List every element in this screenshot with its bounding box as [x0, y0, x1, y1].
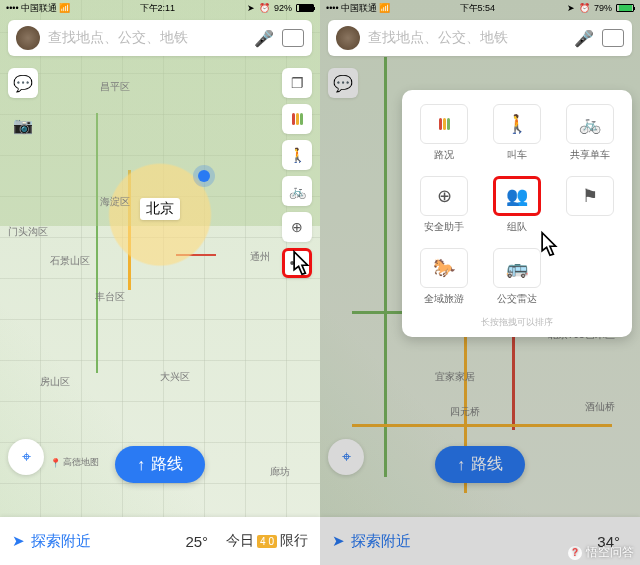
scan-icon[interactable] — [602, 29, 624, 47]
popover-item-report[interactable]: ⚑ — [555, 172, 624, 238]
mic-icon[interactable]: 🎤 — [254, 29, 274, 48]
popover-item-travel[interactable]: 🐎 全域旅游 — [410, 244, 479, 310]
camera-icon[interactable]: 📷 — [8, 110, 38, 140]
phone-screenshot-left: •••• 中国联通 📶 下午2:11 ➤ ⏰ 92% 查找地点、公交、地铁 🎤 … — [0, 0, 320, 565]
bike-button[interactable]: 🚲 — [282, 176, 312, 206]
scan-icon[interactable] — [282, 29, 304, 47]
location-icon: ➤ — [247, 3, 255, 13]
locate-button[interactable]: ⌖ — [8, 439, 44, 475]
bottom-bar: ➤ 探索附近 25° 今日 4 0 限行 — [0, 517, 320, 565]
route-button[interactable]: ↑ 路线 — [115, 446, 205, 483]
battery-percent: 79% — [594, 3, 612, 13]
popover-item-bus-radar[interactable]: 🚌 公交雷达 — [483, 244, 552, 310]
map-center-label: 北京 — [140, 198, 180, 220]
search-input[interactable]: 查找地点、公交、地铁 — [368, 29, 566, 47]
popover-item-safety[interactable]: ⊕ 安全助手 — [410, 172, 479, 238]
search-bar[interactable]: 查找地点、公交、地铁 🎤 — [8, 20, 312, 56]
signal-dots: •••• — [326, 3, 339, 13]
carrier-label: 中国联通 — [341, 2, 377, 15]
explore-nearby[interactable]: ➤ 探索附近 — [12, 532, 175, 551]
popover-item-hail[interactable]: 🚶 叫车 — [483, 100, 552, 166]
alarm-icon: ⏰ — [579, 3, 590, 13]
mic-icon[interactable]: 🎤 — [574, 29, 594, 48]
search-bar[interactable]: 查找地点、公交、地铁 🎤 — [328, 20, 632, 56]
temperature[interactable]: 25° — [185, 533, 208, 550]
status-bar: •••• 中国联通 📶 下午2:11 ➤ ⏰ 92% — [0, 0, 320, 16]
wifi-icon: 📶 — [59, 3, 70, 13]
tools-popover: 路况 🚶 叫车 🚲 共享单车 ⊕ 安全助手 👥 组队 ⚑ — [402, 90, 632, 337]
alarm-icon: ⏰ — [259, 3, 270, 13]
avatar[interactable] — [16, 26, 40, 50]
traffic-restriction[interactable]: 今日 4 0 限行 — [226, 532, 308, 550]
search-input[interactable]: 查找地点、公交、地铁 — [48, 29, 246, 47]
status-bar: •••• 中国联通 📶 下午5:54 ➤ ⏰ 79% — [320, 0, 640, 16]
traffic-button[interactable] — [282, 104, 312, 134]
hail-taxi-button[interactable]: 🚶 — [282, 140, 312, 170]
battery-icon — [616, 4, 634, 12]
message-button[interactable]: 💬 — [8, 68, 38, 98]
tool-column: ❐ 🚶 🚲 ⊕ ••• — [282, 68, 312, 278]
signal-dots: •••• — [6, 3, 19, 13]
phone-screenshot-right: •••• 中国联通 📶 下午5:54 ➤ ⏰ 79% 查找地点、公交、地铁 🎤 … — [320, 0, 640, 565]
layers-button[interactable]: ❐ — [282, 68, 312, 98]
more-button[interactable]: ••• — [282, 248, 312, 278]
battery-percent: 92% — [274, 3, 292, 13]
popover-item-bike[interactable]: 🚲 共享单车 — [555, 100, 624, 166]
time-label: 下午5:54 — [460, 2, 496, 15]
carrier-label: 中国联通 — [21, 2, 57, 15]
time-label: 下午2:11 — [140, 2, 176, 15]
location-icon: ➤ — [567, 3, 575, 13]
wifi-icon: 📶 — [379, 3, 390, 13]
arrow-up-icon: ↑ — [137, 456, 145, 474]
watermark: ? 悟空问答 — [568, 544, 634, 561]
current-location-dot — [198, 170, 210, 182]
map-attribution: 📍高德地图 — [50, 456, 99, 469]
battery-icon — [296, 4, 314, 12]
avatar[interactable] — [336, 26, 360, 50]
popover-item-team[interactable]: 👥 组队 — [483, 172, 552, 238]
popover-hint: 长按拖拽可以排序 — [410, 310, 624, 333]
safety-button[interactable]: ⊕ — [282, 212, 312, 242]
popover-item-traffic[interactable]: 路况 — [410, 100, 479, 166]
paper-plane-icon: ➤ — [12, 532, 25, 550]
